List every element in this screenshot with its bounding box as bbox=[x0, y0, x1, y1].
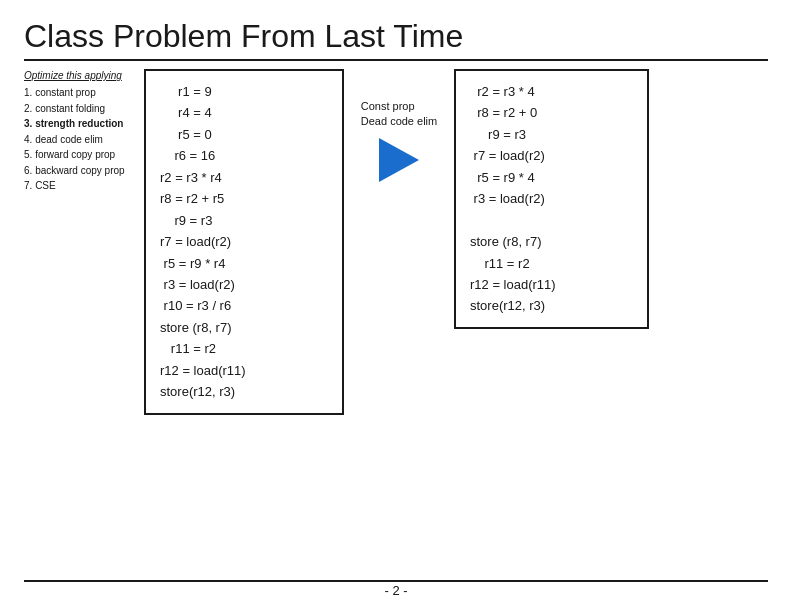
page-number: - 2 - bbox=[384, 583, 407, 598]
right-code-box: r2 = r3 * 4 r8 = r2 + 0 r9 = r3 r7 = loa… bbox=[454, 69, 649, 329]
page: Class Problem From Last Time Optimize th… bbox=[0, 0, 792, 612]
step-3: 3. strength reduction bbox=[24, 116, 138, 132]
left-code-line-8: r5 = r9 * r4 bbox=[160, 253, 328, 274]
left-code-line-5: r8 = r2 + r5 bbox=[160, 188, 328, 209]
left-code-line-10: r10 = r3 / r6 bbox=[160, 295, 328, 316]
right-code-line-4: r5 = r9 * 4 bbox=[470, 167, 633, 188]
left-code-line-11: store (r8, r7) bbox=[160, 317, 328, 338]
left-code-line-13: r12 = load(r11) bbox=[160, 360, 328, 381]
step-1: 1. constant prop bbox=[24, 85, 138, 101]
right-code-line-3: r7 = load(r2) bbox=[470, 145, 633, 166]
content-area: Optimize this applying 1. constant prop … bbox=[24, 69, 768, 415]
left-code-line-14: store(r12, r3) bbox=[160, 381, 328, 402]
middle-section: Const prop Dead code elim bbox=[344, 99, 454, 182]
right-code-line-5: r3 = load(r2) bbox=[470, 188, 633, 209]
right-code-line-8: r11 = r2 bbox=[470, 253, 633, 274]
left-sidebar: Optimize this applying 1. constant prop … bbox=[24, 69, 144, 415]
arrow-right-icon bbox=[379, 138, 419, 182]
step-6: 6. backward copy prop bbox=[24, 163, 138, 179]
right-code-spacer bbox=[470, 210, 633, 231]
const-prop-line1: Const prop bbox=[361, 99, 437, 114]
left-code-line-9: r3 = load(r2) bbox=[160, 274, 328, 295]
right-code-line-9: r12 = load(r11) bbox=[470, 274, 633, 295]
dead-code-line2: Dead code elim bbox=[361, 114, 437, 129]
step-2: 2. constant folding bbox=[24, 101, 138, 117]
step-5: 5. forward copy prop bbox=[24, 147, 138, 163]
page-title: Class Problem From Last Time bbox=[24, 18, 768, 55]
left-code-line-2: r5 = 0 bbox=[160, 124, 328, 145]
right-code-line-1: r8 = r2 + 0 bbox=[470, 102, 633, 123]
const-prop-label: Const prop Dead code elim bbox=[361, 99, 437, 130]
left-code-line-0: r1 = 9 bbox=[160, 81, 328, 102]
optimize-label: Optimize this applying bbox=[24, 69, 138, 83]
step-7: 7. CSE bbox=[24, 178, 138, 194]
left-code-line-4: r2 = r3 * r4 bbox=[160, 167, 328, 188]
right-code-line-2: r9 = r3 bbox=[470, 124, 633, 145]
left-code-line-6: r9 = r3 bbox=[160, 210, 328, 231]
step-4: 4. dead code elim bbox=[24, 132, 138, 148]
left-code-line-12: r11 = r2 bbox=[160, 338, 328, 359]
left-code-line-7: r7 = load(r2) bbox=[160, 231, 328, 252]
left-code-box: r1 = 9 r4 = 4 r5 = 0 r6 = 16 r2 = r3 * r… bbox=[144, 69, 344, 415]
right-code-line-10: store(r12, r3) bbox=[470, 295, 633, 316]
steps-list: 1. constant prop 2. constant folding 3. … bbox=[24, 85, 138, 194]
right-code-line-7: store (r8, r7) bbox=[470, 231, 633, 252]
left-code-line-1: r4 = 4 bbox=[160, 102, 328, 123]
bottom-line bbox=[24, 580, 768, 582]
boxes-area: r1 = 9 r4 = 4 r5 = 0 r6 = 16 r2 = r3 * r… bbox=[144, 69, 768, 415]
right-code-line-0: r2 = r3 * 4 bbox=[470, 81, 633, 102]
left-code-line-3: r6 = 16 bbox=[160, 145, 328, 166]
title-underline bbox=[24, 59, 768, 61]
